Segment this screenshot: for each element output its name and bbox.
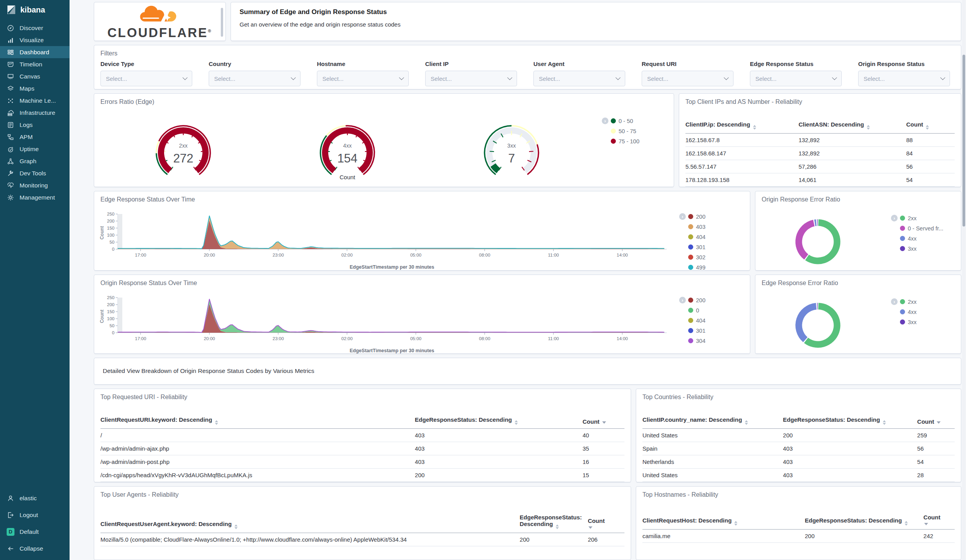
sidebar-item-logs[interactable]: Logs <box>0 119 70 131</box>
legend-label[interactable]: 403 <box>696 224 705 230</box>
filter-select-country[interactable]: Select... <box>209 71 301 86</box>
sidebar: kibana DiscoverVisualizeDashboardTimelio… <box>0 0 70 560</box>
column-header-clientrequesturi-keyword[interactable]: ClientRequestURI.keyword: Descending <box>100 406 415 429</box>
legend-label[interactable]: 404 <box>696 234 705 240</box>
legend-label[interactable]: 0 - 50 <box>619 118 633 124</box>
sidebar-item-elastic[interactable]: elastic <box>0 490 70 506</box>
sidebar-item-visualize[interactable]: Visualize <box>0 34 70 46</box>
sidebar-item-management[interactable]: Management <box>0 191 70 203</box>
panel-scrollbar[interactable] <box>221 8 223 37</box>
sidebar-item-label: Logs <box>20 121 33 128</box>
sidebar-item-collapse[interactable]: Collapse <box>0 540 70 557</box>
column-header-edgeresponsestatus[interactable]: EdgeResponseStatus: Descending <box>520 504 588 533</box>
legend-item: 50 - 75 <box>602 126 639 136</box>
page-scrollbar[interactable] <box>962 0 966 560</box>
column-header-count[interactable]: Count <box>923 504 955 530</box>
column-header-clientip-country-name[interactable]: ClientIP.country_name: Descending <box>642 406 783 429</box>
legend-label[interactable]: 50 - 75 <box>619 128 636 134</box>
filter-client-ip: Client IPSelect... <box>425 61 533 86</box>
sidebar-nav: DiscoverVisualizeDashboardTimelionCanvas… <box>0 22 70 203</box>
column-header-edgeresponsestatus[interactable]: EdgeResponseStatus: Descending <box>415 406 583 429</box>
legend-expand-icon[interactable]: › <box>891 298 898 305</box>
sidebar-item-machine-le[interactable]: Machine Le... <box>0 95 70 107</box>
legend-expand-icon[interactable]: › <box>679 213 686 220</box>
legend-color-dot <box>688 244 693 250</box>
column-header-edgeresponsestatus[interactable]: EdgeResponseStatus: Descending <box>783 406 918 429</box>
dashboard-content: CLOUDFLARE® Summary of Edge and Origin R… <box>70 0 966 560</box>
filter-select-user-agent[interactable]: Select... <box>533 71 625 86</box>
column-header-label: Count <box>923 514 940 521</box>
legend-expand-icon[interactable]: › <box>679 297 686 303</box>
sort-both-icon <box>556 524 559 529</box>
filter-select-request-uri[interactable]: Select... <box>642 71 733 86</box>
legend-expand-icon[interactable]: › <box>891 215 898 221</box>
legend-label[interactable]: 4xx <box>908 309 917 315</box>
origin-error-ratio-legend: ›2xx0 - Served fr...4xx3xx <box>891 213 943 254</box>
sidebar-item-label: Default <box>20 528 39 535</box>
legend-label[interactable]: 302 <box>696 254 705 260</box>
legend-label[interactable]: 75 - 100 <box>619 138 639 144</box>
svg-text:05:00: 05:00 <box>410 336 422 341</box>
legend-label[interactable]: 3xx <box>908 319 917 325</box>
kibana-brand[interactable]: kibana <box>0 0 70 19</box>
filter-select-hostname[interactable]: Select... <box>317 71 409 86</box>
legend-color-dot <box>688 338 693 343</box>
table-cell: 132,892 <box>798 146 906 160</box>
sidebar-item-dev-tools[interactable]: Dev Tools <box>0 167 70 179</box>
filter-select-origin-response-status[interactable]: Select... <box>858 71 950 86</box>
sidebar-item-logout[interactable]: Logout <box>0 506 70 523</box>
legend-label[interactable]: 304 <box>696 338 705 344</box>
legend-expand-icon[interactable]: › <box>602 118 608 124</box>
legend-label[interactable]: 0 <box>696 307 699 314</box>
svg-text:23:00: 23:00 <box>273 336 284 341</box>
legend-item: 4xx <box>891 307 917 317</box>
sort-both-icon <box>926 125 929 130</box>
legend-color-dot <box>688 265 693 270</box>
sidebar-item-maps[interactable]: Maps <box>0 82 70 95</box>
column-header-count[interactable]: Count <box>917 406 955 429</box>
column-header-clientasn[interactable]: ClientASN: Descending <box>798 111 906 134</box>
sidebar-item-discover[interactable]: Discover <box>0 22 70 34</box>
sidebar-item-infrastructure[interactable]: Infrastructure <box>0 107 70 119</box>
legend-label[interactable]: 2xx <box>908 299 917 305</box>
sidebar-item-dashboard[interactable]: Dashboard <box>0 46 70 58</box>
column-header-clientrequestuseragent-keyword[interactable]: ClientRequestUserAgent.keyword: Descendi… <box>100 504 520 533</box>
table-cell: 84 <box>906 146 955 160</box>
column-header-count[interactable]: Count <box>583 406 624 429</box>
sidebar-item-monitoring[interactable]: Monitoring <box>0 179 70 191</box>
sidebar-item-canvas[interactable]: Canvas <box>0 70 70 82</box>
top-requested-uri-panel: Top Requested URI - Reliability ClientRe… <box>94 389 631 482</box>
legend-label[interactable]: 2xx <box>908 215 917 221</box>
chevron-down-icon <box>291 75 296 80</box>
column-header-count[interactable]: Count <box>588 504 624 533</box>
sidebar-item-timelion[interactable]: Timelion <box>0 58 70 70</box>
chevron-down-icon <box>724 75 729 80</box>
table-cell: /cdn-cgi/apps/head/xVgyKhR-vV3dAUGhMqfBc… <box>100 468 415 482</box>
page-scrollbar-thumb[interactable] <box>962 55 965 226</box>
legend-label[interactable]: 200 <box>696 214 705 220</box>
legend-label[interactable]: 499 <box>696 264 705 271</box>
column-header-clientip-ip[interactable]: ClientIP.ip: Descending <box>685 111 798 134</box>
sidebar-item-uptime[interactable]: Uptime <box>0 143 70 155</box>
column-header-clientrequesthost[interactable]: ClientRequestHost: Descending <box>642 504 805 530</box>
select-placeholder: Select... <box>322 75 343 82</box>
legend-color-dot <box>688 214 693 219</box>
filter-select-edge-response-status[interactable]: Select... <box>750 71 842 86</box>
column-header-edgeresponsestatus[interactable]: EdgeResponseStatus: Descending <box>805 504 923 530</box>
legend-label[interactable]: 0 - Served fr... <box>908 225 943 232</box>
legend-label[interactable]: 301 <box>696 328 705 334</box>
table-cell: 178.128.193.158 <box>685 173 798 186</box>
filter-select-client-ip[interactable]: Select... <box>425 71 517 86</box>
sidebar-item-apm[interactable]: APM <box>0 131 70 143</box>
legend-label[interactable]: 4xx <box>908 235 917 242</box>
legend-item: 403 <box>679 222 705 232</box>
sidebar-item-default[interactable]: DDefault <box>0 523 70 540</box>
filter-country: CountrySelect... <box>209 61 317 86</box>
legend-label[interactable]: 200 <box>696 297 705 303</box>
legend-label[interactable]: 3xx <box>908 246 917 252</box>
filter-select-device-type[interactable]: Select... <box>100 71 192 86</box>
legend-label[interactable]: 301 <box>696 244 705 250</box>
sidebar-item-graph[interactable]: Graph <box>0 155 70 167</box>
column-header-count[interactable]: Count <box>906 111 955 134</box>
legend-label[interactable]: 404 <box>696 317 705 324</box>
